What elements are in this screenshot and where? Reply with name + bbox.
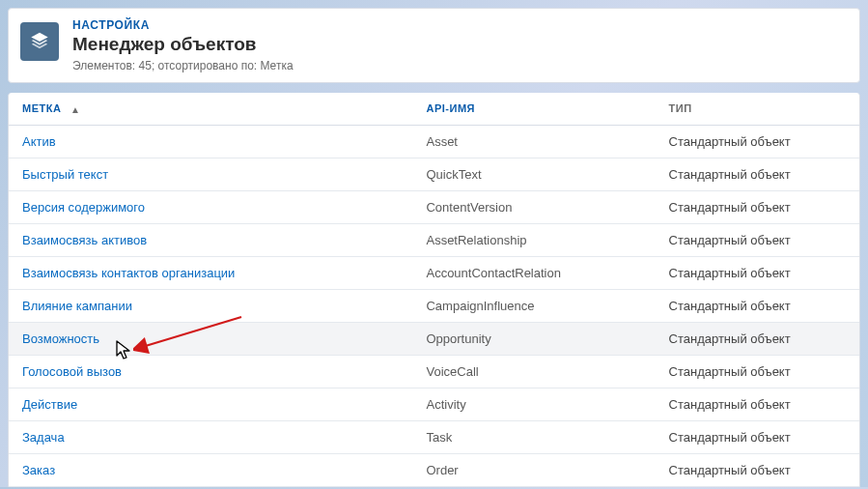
object-api-name: CampaignInfluence	[412, 289, 655, 322]
object-type: Стандартный объект	[656, 420, 859, 453]
object-type: Стандартный объект	[656, 223, 859, 256]
object-label-link[interactable]: Взаимосвязь активов	[22, 233, 147, 247]
object-label-link[interactable]: Задача	[22, 430, 65, 445]
sort-asc-icon: ▲	[70, 104, 80, 115]
object-type: Стандартный объект	[656, 355, 859, 388]
table-row: Взаимосвязь активовAssetRelationshipСтан…	[9, 223, 859, 256]
object-api-name: Task	[412, 420, 655, 453]
object-type: Стандартный объект	[656, 256, 859, 289]
object-api-name: AssetRelationship	[412, 223, 655, 256]
object-label-link[interactable]: Влияние кампании	[22, 299, 132, 313]
layers-icon	[20, 22, 59, 61]
object-label-link[interactable]: Заказ	[22, 463, 55, 477]
column-header-api[interactable]: API-ИМЯ	[412, 93, 655, 125]
page-eyebrow: НАСТРОЙКА	[72, 18, 294, 32]
object-api-name: VoiceCall	[412, 355, 655, 388]
page-title: Менеджер объектов	[72, 34, 294, 55]
object-label-link[interactable]: Возможность	[22, 331, 99, 346]
column-header-label[interactable]: МЕТКА ▲	[9, 93, 412, 125]
object-api-name: Opportunity	[412, 322, 655, 355]
object-type: Стандартный объект	[656, 125, 859, 158]
table-row: АктивAssetСтандартный объект	[9, 125, 859, 158]
objects-table: МЕТКА ▲ API-ИМЯ ТИП АктивAssetСтандартны…	[9, 93, 859, 487]
column-header-type[interactable]: ТИП	[656, 93, 859, 125]
object-label-link[interactable]: Версия содержимого	[22, 200, 145, 215]
table-row: Голосовой вызовVoiceCallСтандартный объе…	[9, 355, 859, 388]
object-label-link[interactable]: Действие	[22, 397, 77, 412]
page-subtitle: Элементов: 45; отсортировано по: Метка	[72, 59, 294, 72]
object-api-name: AccountContactRelation	[412, 256, 655, 289]
table-row: Версия содержимогоContentVersionСтандарт…	[9, 190, 859, 223]
objects-table-card: МЕТКА ▲ API-ИМЯ ТИП АктивAssetСтандартны…	[8, 93, 860, 487]
object-type: Стандартный объект	[656, 190, 859, 223]
object-api-name: Activity	[412, 388, 655, 420]
table-row: Влияние кампанииCampaignInfluenceСтандар…	[9, 289, 859, 322]
object-api-name: Order	[412, 453, 655, 486]
table-row: ДействиеActivityСтандартный объект	[9, 388, 859, 420]
column-header-label-text: МЕТКА	[22, 102, 61, 114]
object-type: Стандартный объект	[656, 289, 859, 322]
object-type: Стандартный объект	[656, 453, 859, 486]
table-row: ВозможностьOpportunityСтандартный объект	[9, 322, 859, 355]
table-row: Взаимосвязь контактов организацииAccount…	[9, 256, 859, 289]
object-api-name: QuickText	[412, 158, 655, 190]
object-type: Стандартный объект	[656, 158, 859, 190]
table-row: ЗадачаTaskСтандартный объект	[9, 420, 859, 453]
object-label-link[interactable]: Взаимосвязь контактов организации	[22, 266, 235, 280]
page-header: НАСТРОЙКА Менеджер объектов Элементов: 4…	[8, 8, 860, 83]
object-api-name: Asset	[412, 125, 655, 158]
object-api-name: ContentVersion	[412, 190, 655, 223]
table-row: ЗаказOrderСтандартный объект	[9, 453, 859, 486]
table-row: Быстрый текстQuickTextСтандартный объект	[9, 158, 859, 190]
object-type: Стандартный объект	[656, 388, 859, 420]
object-label-link[interactable]: Актив	[22, 134, 56, 149]
object-type: Стандартный объект	[656, 322, 859, 355]
object-label-link[interactable]: Голосовой вызов	[22, 364, 122, 379]
object-label-link[interactable]: Быстрый текст	[22, 167, 108, 182]
